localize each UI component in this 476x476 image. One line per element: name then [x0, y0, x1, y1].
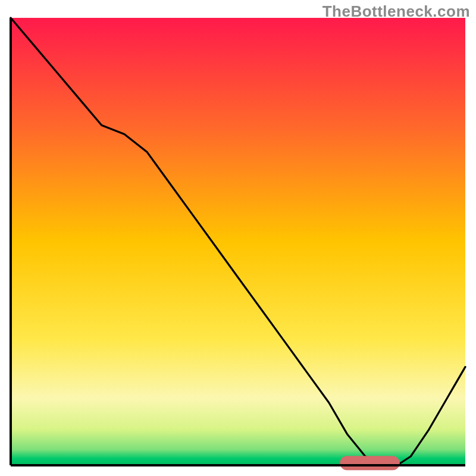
- watermark-text: TheBottleneck.com: [322, 2, 470, 21]
- chart-canvas: [0, 0, 476, 476]
- bottleneck-chart: TheBottleneck.com: [0, 0, 476, 476]
- plot-gradient-area: [11, 18, 465, 465]
